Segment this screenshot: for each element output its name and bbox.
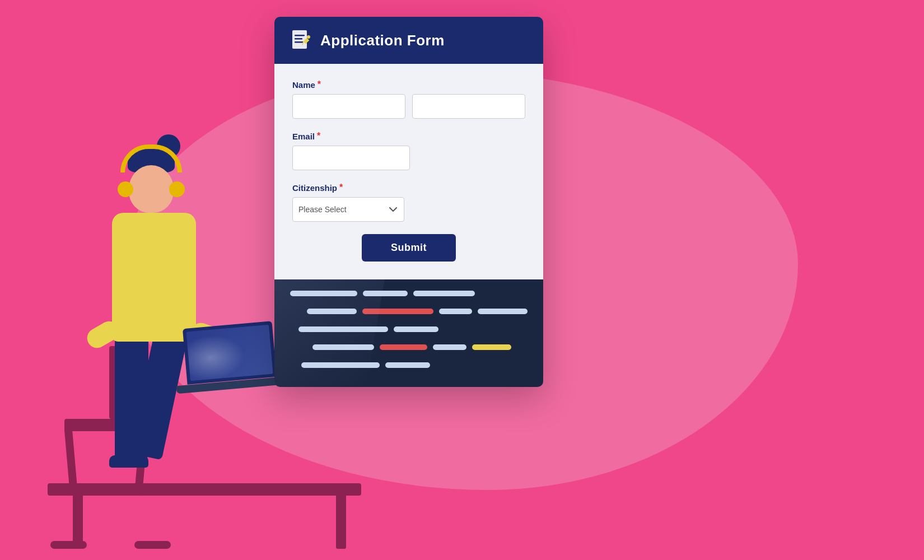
desk-leg-right [336, 493, 346, 549]
form-title: Application Form [320, 32, 445, 49]
citizenship-required-star: * [339, 183, 343, 193]
svg-point-5 [307, 35, 310, 39]
code-line-4d [472, 344, 511, 350]
code-line-3a [298, 326, 388, 332]
submit-button[interactable]: Submit [362, 234, 456, 262]
scene-container: Application Form Name * Email * [0, 0, 924, 560]
form-body: Name * Email * Citizenship [274, 64, 543, 279]
laptop-glow [186, 333, 246, 381]
person-shoe-left [109, 455, 148, 468]
code-line-3b [394, 326, 438, 332]
laptop-screen [183, 321, 277, 385]
form-header: Application Form [274, 17, 543, 64]
code-line-1a [290, 291, 357, 296]
code-line-1b [363, 291, 408, 296]
code-line-4c [433, 344, 466, 350]
code-line-2b [362, 309, 434, 314]
name-required-star: * [318, 80, 321, 90]
submit-row: Submit [292, 234, 525, 262]
code-line-4a [312, 344, 374, 350]
email-field-group: Email * [292, 131, 525, 170]
person-body [112, 213, 196, 342]
email-input[interactable] [292, 146, 410, 170]
code-line-1c [413, 291, 475, 296]
citizenship-label: Citizenship * [292, 183, 525, 193]
application-form-card: Application Form Name * Email * [274, 17, 543, 387]
name-field-group: Name * [292, 80, 525, 119]
laptop-screen-inner [186, 325, 273, 381]
desk-leg-left [73, 493, 83, 549]
headphone-ear-right [169, 181, 185, 197]
code-line-2c [439, 309, 472, 314]
code-line-5a [301, 362, 380, 368]
citizenship-field-group: Citizenship * Please Select United State… [292, 183, 525, 222]
svg-rect-3 [295, 41, 304, 43]
last-name-input[interactable] [412, 94, 525, 119]
email-required-star: * [317, 131, 320, 141]
headphone-ear-left [118, 181, 133, 197]
code-line-5b [385, 362, 430, 368]
name-inputs-row [292, 94, 525, 119]
first-name-input[interactable] [292, 94, 405, 119]
code-section [274, 279, 543, 387]
code-line-2a [307, 309, 357, 314]
citizenship-select[interactable]: Please Select United States United Kingd… [292, 197, 404, 222]
form-document-icon [290, 29, 312, 52]
svg-rect-2 [295, 38, 302, 40]
email-label: Email * [292, 131, 525, 141]
name-label: Name * [292, 80, 525, 90]
code-line-2d [478, 309, 528, 314]
svg-rect-1 [295, 35, 305, 36]
chair-base-right [134, 541, 171, 549]
chair-base-left [50, 541, 87, 549]
desk-surface [48, 483, 361, 496]
code-line-4b [380, 344, 427, 350]
